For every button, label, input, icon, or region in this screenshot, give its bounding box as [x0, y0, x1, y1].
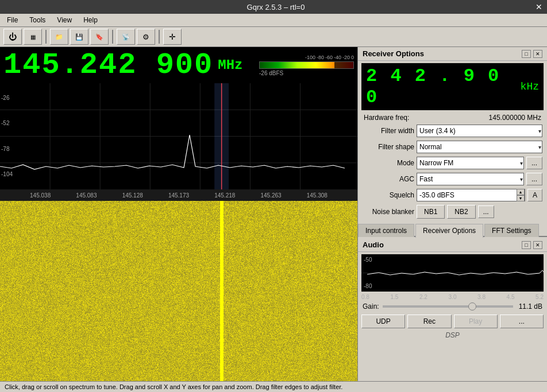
meter-label-neg100: -100 — [305, 55, 315, 60]
mode-select[interactable]: Narrow FM Wide FM AM LSB USB — [417, 157, 524, 169]
audio-title: Audio — [363, 240, 384, 249]
menu-bar: File Tools View Help — [0, 14, 547, 27]
bookmark-button[interactable]: 🔖 — [90, 29, 109, 45]
dsp-more-button[interactable]: ... — [500, 315, 544, 328]
audio-panel-controls: □ ✕ — [522, 241, 542, 249]
filter-shape-row: Filter shape Normal Soft Sharp ▾ — [358, 139, 547, 155]
agc-select-wrapper: Fast Slow Medium Off ▾ — [417, 173, 524, 185]
network-button[interactable]: 📡 — [117, 29, 135, 45]
toolbar: ⏻ ▦ 📁 💾 🔖 📡 ⚙ ✛ — [0, 27, 547, 47]
squelch-label: Squelch — [363, 191, 414, 199]
tab-receiver-options[interactable]: Receiver Options — [415, 224, 483, 238]
filter-shape-select[interactable]: Normal Soft Sharp — [417, 141, 542, 153]
filter-shape-select-wrapper: Normal Soft Sharp ▾ — [417, 141, 542, 153]
receiver-close-button[interactable]: ✕ — [533, 50, 542, 58]
filter-width-select-wrapper: User (3.4 k) 2.5 k 5 k ▾ — [417, 125, 542, 137]
status-text: Click, drag or scroll on spectrum to tun… — [5, 383, 342, 390]
squelch-auto-button[interactable]: A — [527, 189, 542, 201]
filter-width-select[interactable]: User (3.4 k) 2.5 k 5 k — [417, 125, 542, 137]
spectrum-panel: 145.242 900 MHz -100 -80 -60 -40 -20 0 -… — [0, 47, 357, 381]
meter-label-neg20: -20 — [342, 55, 350, 60]
filter-width-row: Filter width User (3.4 k) 2.5 k 5 k ▾ — [358, 123, 547, 139]
audio-header: Audio □ ✕ — [358, 238, 547, 252]
tab-bar: Input controls Receiver Options FFT Sett… — [358, 223, 547, 237]
toolbar-sep3 — [159, 30, 160, 44]
squelch-row: Squelch -35.0 dBFS ▲ ▼ A — [358, 187, 547, 203]
save-button[interactable]: 💾 — [70, 29, 88, 45]
agc-label: AGC — [363, 175, 414, 183]
audio-minimize-button[interactable]: □ — [522, 241, 531, 249]
menu-help[interactable]: Help — [79, 15, 102, 25]
status-bar: Click, drag or scroll on spectrum to tun… — [0, 381, 547, 392]
location-button[interactable]: ✛ — [163, 29, 182, 45]
receiver-options-header: Receiver Options □ ✕ — [358, 47, 547, 61]
spectrum-canvas[interactable]: -26 -52 -78 -104 — [0, 83, 357, 189]
settings-button[interactable]: ⚙ — [137, 29, 155, 45]
agc-more-button[interactable]: ... — [526, 173, 542, 185]
audio-spectrum: -50 -80 — [361, 254, 544, 292]
play-button[interactable]: Play — [454, 315, 498, 328]
receiver-minimize-button[interactable]: □ — [522, 50, 531, 58]
audio-freq-axis: 0.8 1.5 2.2 3.0 3.8 4.5 5.2 — [358, 294, 547, 300]
freq-label-4: 145.218 — [202, 192, 248, 199]
agc-row: AGC Fast Slow Medium Off ▾ ... — [358, 171, 547, 187]
spectrum-svg — [0, 83, 357, 189]
hw-freq-label: Hardware freq: — [364, 114, 409, 122]
gain-value: 11.1 dB — [517, 302, 542, 311]
frequency-unit: MHz — [218, 57, 242, 73]
title-bar: Gqrx 2.5.3 – rtl=0 ✕ — [0, 0, 547, 14]
tab-fft-settings[interactable]: FFT Settings — [484, 224, 538, 237]
signal-meter: -100 -80 -60 -40 -20 0 -26 dBFS — [259, 55, 354, 76]
squelch-spinner: ▲ ▼ — [517, 189, 525, 201]
rec-button[interactable]: Rec — [407, 315, 451, 328]
noise-blanker-row: Noise blanker NB1 NB2 ... — [358, 203, 547, 220]
mode-more-button[interactable]: ... — [526, 157, 542, 169]
window-close-button[interactable]: ✕ — [536, 2, 542, 11]
audio-spectrum-svg — [361, 254, 544, 292]
frequency-display: 145.242 900 MHz — [3, 48, 259, 82]
freq-label-0: 145.038 — [17, 192, 63, 199]
audio-freq-1: 1.5 — [391, 294, 399, 300]
menu-view[interactable]: View — [52, 15, 76, 25]
gain-slider[interactable] — [383, 305, 513, 308]
tab-input-controls[interactable]: Input controls — [358, 224, 414, 237]
receiver-frequency-number: 2 4 2 . 9 0 0 — [366, 65, 517, 108]
gain-label: Gain: — [363, 302, 379, 311]
squelch-value: -35.0 dBFS — [417, 191, 517, 199]
freq-axis: 145.038 145.083 145.128 145.173 145.218 … — [0, 189, 357, 201]
hardware-button[interactable]: ▦ — [24, 29, 42, 45]
menu-tools[interactable]: Tools — [25, 15, 50, 25]
freq-label-1: 145.083 — [63, 192, 109, 199]
open-button[interactable]: 📁 — [50, 29, 68, 45]
mode-row: Mode Narrow FM Wide FM AM LSB USB ▾ ... — [358, 155, 547, 171]
nb1-button[interactable]: NB1 — [417, 205, 445, 219]
audio-freq-4: 3.8 — [477, 294, 486, 300]
freq-label-2: 145.128 — [110, 192, 156, 199]
nb-more-button[interactable]: ... — [478, 205, 494, 218]
squelch-down-button[interactable]: ▼ — [517, 195, 525, 201]
squelch-up-button[interactable]: ▲ — [517, 189, 525, 195]
receiver-panel-controls: □ ✕ — [522, 50, 542, 58]
squelch-input-wrapper: -35.0 dBFS ▲ ▼ — [417, 189, 525, 201]
nb2-button[interactable]: NB2 — [447, 205, 475, 219]
hw-freq-value: 145.000000 MHz — [489, 114, 541, 122]
meter-label-neg60: -60 — [325, 55, 333, 60]
right-panel: Receiver Options □ ✕ 2 4 2 . 9 0 0 kHz H… — [357, 47, 547, 381]
agc-select[interactable]: Fast Slow Medium Off — [417, 173, 524, 185]
main-content: 145.242 900 MHz -100 -80 -60 -40 -20 0 -… — [0, 47, 547, 381]
toolbar-sep2 — [112, 30, 113, 44]
audio-close-button[interactable]: ✕ — [533, 241, 542, 249]
toolbar-sep1 — [45, 30, 47, 44]
waterfall[interactable] — [0, 201, 357, 381]
power-button[interactable]: ⏻ — [3, 29, 22, 45]
udp-button[interactable]: UDP — [361, 315, 405, 328]
mode-label: Mode — [363, 159, 414, 167]
window-title: Gqrx 2.5.3 – rtl=0 — [16, 3, 536, 11]
hardware-freq-row: Hardware freq: 145.000000 MHz — [358, 112, 547, 123]
filter-width-label: Filter width — [363, 127, 414, 135]
waterfall-canvas — [0, 201, 357, 381]
menu-file[interactable]: File — [2, 15, 22, 25]
freq-label-3: 145.173 — [156, 192, 202, 199]
mode-select-wrapper: Narrow FM Wide FM AM LSB USB ▾ — [417, 157, 524, 169]
dsp-label: DSP — [358, 330, 547, 340]
